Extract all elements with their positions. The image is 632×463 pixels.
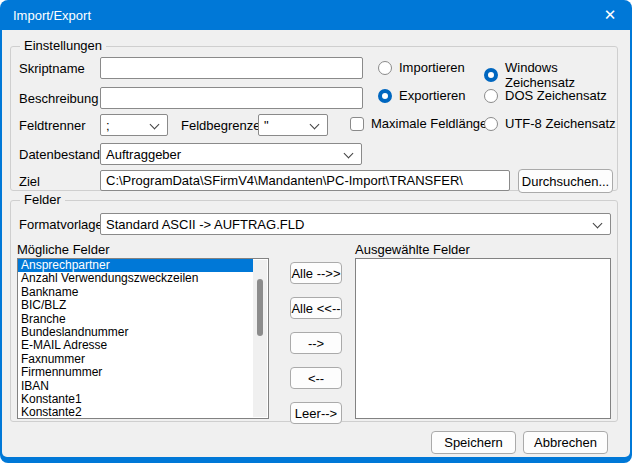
radio-icon[interactable] [484,89,498,103]
list-item[interactable]: E-MAIL Adresse [18,339,253,352]
radio-checked-icon[interactable] [484,68,498,82]
scrollbar-thumb[interactable] [257,279,263,336]
skriptname-input[interactable] [100,57,363,79]
transfer-left-button[interactable]: <-- [290,367,342,389]
list-item[interactable]: Konstante2 [18,406,253,419]
feldtrenner-label: Feldtrenner [19,118,85,133]
save-button[interactable]: Speichern [431,431,516,454]
feldtrenner-value: ; [106,118,110,133]
available-fields-listbox[interactable]: Ansprechpartner Anzahl Verwendungszweckz… [17,258,269,419]
transfer-all-left-button[interactable]: Alle <<-- [290,297,342,319]
maximale-feldlaenge-label: Maximale Feldlänge [371,116,487,131]
list-item[interactable]: BIC/BLZ [18,299,253,312]
datenbestand-value: Auftraggeber [106,147,181,162]
radio-icon[interactable] [484,117,498,131]
listbox-scrollbar[interactable] [253,260,267,417]
radio-windows-zeichensatz[interactable]: Windows Zeichensatz [484,60,617,90]
chevron-down-icon [150,120,160,130]
datenbestand-select[interactable]: Auftraggeber [100,143,362,165]
radio-dos-zeichensatz[interactable]: DOS Zeichensatz [484,88,607,103]
feldbegrenzer-value: " [264,118,269,133]
transfer-right-button[interactable]: --> [290,332,342,354]
transfer-all-right-button[interactable]: Alle -->> [290,262,342,284]
radio-utf8-zeichensatz[interactable]: UTF-8 Zeichensatz [484,116,616,131]
group-felder: Felder Formatvorlage Standard ASCII -> A… [10,200,618,422]
chevron-down-icon [310,120,320,130]
available-fields-label: Mögliche Felder [17,242,110,257]
feldbegrenzer-select[interactable]: " [258,114,328,136]
feldtrenner-select[interactable]: ; [100,114,168,136]
list-item[interactable]: Branche [18,313,253,326]
datenbestand-label: Datenbestand [19,147,100,162]
ziel-input[interactable]: C:\ProgramData\SFirmV4\Mandanten\PC-Impo… [100,170,510,191]
chevron-down-icon [344,149,354,159]
maximale-feldlaenge-checkbox[interactable]: Maximale Feldlänge [350,116,487,131]
skriptname-label: Skriptname [19,61,85,76]
cancel-button[interactable]: Abbrechen [523,431,608,454]
radio-icon[interactable] [378,61,392,75]
formatvorlage-label: Formatvorlage [19,217,103,232]
durchsuchen-button[interactable]: Durchsuchen... [518,169,613,193]
close-icon[interactable]: ✕ [588,0,632,30]
radio-dos-zeichensatz-label: DOS Zeichensatz [505,88,607,103]
radio-importieren[interactable]: Importieren [378,60,465,75]
list-item[interactable]: Ansprechpartner [18,259,253,272]
list-item[interactable]: Bundeslandnummer [18,326,253,339]
checkbox-icon[interactable] [350,117,364,131]
list-item[interactable]: Bankname [18,286,253,299]
selected-fields-label: Ausgewählte Felder [355,242,470,257]
beschreibung-label: Beschreibung [19,91,99,106]
formatvorlage-select[interactable]: Standard ASCII -> AUFTRAG.FLD [100,213,611,235]
ziel-label: Ziel [19,174,40,189]
group-felder-label: Felder [20,193,65,207]
titlebar[interactable]: Import/Export ✕ [0,0,632,30]
list-item[interactable]: IBAN [18,380,253,393]
list-item[interactable]: Firmennummer [18,366,253,379]
selected-fields-listbox[interactable] [355,258,611,419]
formatvorlage-value: Standard ASCII -> AUFTRAG.FLD [106,217,304,232]
radio-exportieren[interactable]: Exportieren [378,88,465,103]
dialog-body: Einstellungen Skriptname Beschreibung Fe… [2,30,630,457]
list-item[interactable]: Konstante1 [18,393,253,406]
radio-checked-icon[interactable] [378,89,392,103]
radio-windows-zeichensatz-label: Windows Zeichensatz [505,60,617,90]
feldbegrenzer-label: Feldbegrenzer [181,118,265,133]
list-item[interactable]: Faxnummer [18,353,253,366]
group-einstellungen: Einstellungen Skriptname Beschreibung Fe… [10,46,618,191]
radio-importieren-label: Importieren [399,60,465,75]
window-title: Import/Export [13,8,91,23]
transfer-empty-right-button[interactable]: Leer--> [290,402,342,424]
group-einstellungen-label: Einstellungen [20,39,106,53]
import-export-dialog: Import/Export ✕ Einstellungen Skriptname… [0,0,632,463]
radio-utf8-zeichensatz-label: UTF-8 Zeichensatz [505,116,616,131]
list-item[interactable]: Anzahl Verwendungszweckzeilen [18,272,253,285]
radio-exportieren-label: Exportieren [399,88,465,103]
chevron-down-icon [593,219,603,229]
beschreibung-input[interactable] [100,87,363,109]
